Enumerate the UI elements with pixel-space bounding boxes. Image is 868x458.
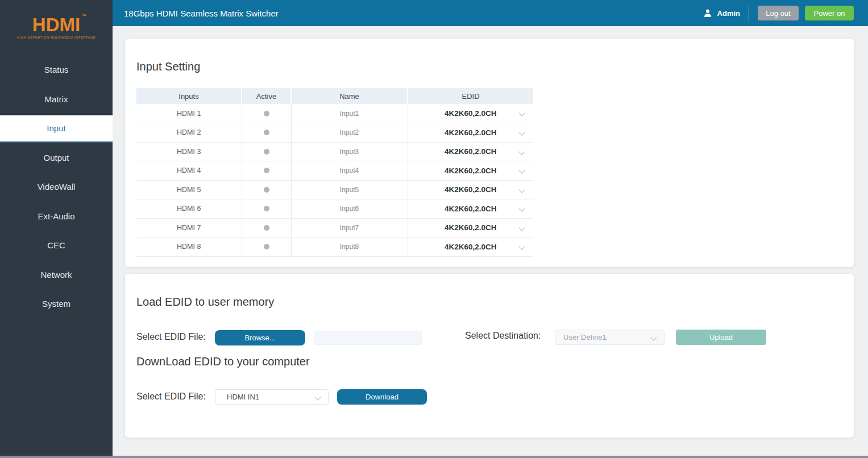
browse-button[interactable]: Browse... [215,330,305,345]
active-status-dot [264,130,269,135]
upload-button[interactable]: Upload [676,330,766,345]
header-right: Admin Log out Power on [703,6,854,20]
download-edid-title: DownLoad EDID to your computer [136,355,310,368]
edid-select[interactable]: 4K2K60,2.0CH [408,123,534,142]
active-status-dot [264,225,269,231]
edid-select-value: 4K2K60,2.0CH [445,185,497,194]
active-cell [242,161,291,181]
input-port-cell: HDMI 1 [136,104,242,123]
download-button[interactable]: Download [337,389,427,405]
sidebar-nav: StatusMatrixInputOutputVideoWallExt-Audi… [0,55,113,319]
active-cell [242,218,291,238]
table-row: HDMI 8Input84K2K60,2.0CH [136,238,533,257]
edid-select-value: 4K2K60,2.0CH [445,128,497,137]
table-row: HDMI 5Input54K2K60,2.0CH [136,180,533,199]
active-cell [242,238,291,257]
chevron-down-icon [518,110,525,116]
header-divider [749,6,749,20]
page-title: 18Gbps HDMI Seamless Matrix Switcher [124,9,279,18]
column-header-name: Name [291,88,408,104]
edid-select[interactable]: 4K2K60,2.0CH [408,238,534,256]
table-row: HDMI 4Input44K2K60,2.0CH [136,161,533,181]
edid-select[interactable]: 4K2K60,2.0CH [408,104,534,123]
edid-select-value: 4K2K60,2.0CH [445,243,497,251]
edid-select[interactable]: 4K2K60,2.0CH [408,143,534,161]
name-cell: Input1 [291,104,408,123]
edid-select-value: 4K2K60,2.0CH [445,109,497,118]
input-port-cell: HDMI 5 [136,180,242,199]
input-port-cell: HDMI 3 [136,142,242,161]
input-setting-card: Input Setting InputsActiveNameEDID HDMI … [125,39,854,267]
active-cell [242,104,291,123]
edid-select[interactable]: 4K2K60,2.0CH [408,199,534,218]
input-port-cell: HDMI 7 [136,218,242,238]
destination-select[interactable]: User Define1 [555,330,665,345]
sidebar-item-status[interactable]: Status [0,55,113,85]
sidebar-item-ext-audio[interactable]: Ext-Audio [0,202,113,231]
load-edid-title: Load EDID to user memory [136,295,274,309]
input-table-wrap: InputsActiveNameEDID HDMI 1Input14K2K60,… [136,88,533,257]
hdmi-logo-text: HDMI™ [32,15,80,34]
logout-button[interactable]: Log out [758,6,799,20]
sidebar-item-system[interactable]: System [0,289,113,319]
sidebar-item-matrix[interactable]: Matrix [0,85,113,114]
header-bar: 18Gbps HDMI Seamless Matrix Switcher Adm… [113,0,868,26]
input-port-cell: HDMI 8 [136,238,242,257]
sidebar-item-network[interactable]: Network [0,260,113,290]
edid-select-value: 4K2K60,2.0CH [445,147,497,156]
edid-select[interactable]: 4K2K60,2.0CH [408,219,534,238]
active-status-dot [264,111,269,116]
download-select-file-label: Select EDID File: [136,392,206,402]
active-status-dot [264,187,269,193]
name-cell: Input4 [291,161,408,181]
active-status-dot [264,244,269,249]
name-cell: Input3 [291,142,408,161]
hdmi-logo: HDMI™ HIGH DEFINITION MULTIMEDIA INTERFA… [0,15,113,39]
column-header-active: Active [242,88,291,104]
edid-cell: 4K2K60,2.0CH [408,238,533,257]
chevron-down-icon [518,129,525,135]
admin-username: Admin [717,9,740,18]
edid-cell: 4K2K60,2.0CH [408,123,533,143]
active-cell [242,123,291,143]
active-status-dot [264,168,269,173]
edid-cell: 4K2K60,2.0CH [408,161,533,181]
edid-file-field[interactable] [314,331,422,345]
name-cell: Input7 [291,218,408,238]
chevron-down-icon [518,167,525,173]
destination-select-value: User Define1 [563,333,607,342]
edid-select-value: 4K2K60,2.0CH [445,166,497,175]
table-row: HDMI 2Input24K2K60,2.0CH [136,123,533,143]
edid-select[interactable]: 4K2K60,2.0CH [408,181,534,199]
sidebar-item-output[interactable]: Output [0,143,113,173]
power-on-button[interactable]: Power on [805,6,854,20]
edid-cell: 4K2K60,2.0CH [408,218,533,238]
input-setting-title: Input Setting [136,60,200,73]
download-source-select[interactable]: HDMI IN1 [215,389,329,405]
name-cell: Input5 [291,180,408,199]
user-icon [703,9,712,18]
edid-cell: 4K2K60,2.0CH [408,199,533,219]
sidebar: HDMI™ HIGH DEFINITION MULTIMEDIA INTERFA… [0,0,113,458]
sidebar-item-cec[interactable]: CEC [0,231,113,260]
edid-select-value: 4K2K60,2.0CH [445,205,497,213]
table-row: HDMI 7Input74K2K60,2.0CH [136,218,533,238]
edid-cell: 4K2K60,2.0CH [408,104,533,123]
edid-select[interactable]: 4K2K60,2.0CH [408,161,534,180]
edid-cell: 4K2K60,2.0CH [408,142,533,161]
edid-card: Load EDID to user memory Select EDID Fil… [125,274,854,438]
active-status-dot [264,149,269,155]
name-cell: Input6 [291,199,408,219]
sidebar-item-input[interactable]: Input [0,114,113,143]
download-source-value: HDMI IN1 [227,393,259,401]
hdmi-logo-subtext: HIGH DEFINITION MULTIMEDIA INTERFACE [0,36,113,39]
table-row: HDMI 1Input14K2K60,2.0CH [136,104,533,123]
input-table: InputsActiveNameEDID HDMI 1Input14K2K60,… [136,88,533,257]
active-cell [242,199,291,219]
table-body: HDMI 1Input14K2K60,2.0CHHDMI 2Input24K2K… [136,104,533,256]
chevron-down-icon [518,224,525,231]
edid-select-value: 4K2K60,2.0CH [445,223,497,232]
sidebar-item-videowall[interactable]: VideoWall [0,172,113,202]
name-cell: Input2 [291,123,408,143]
chevron-down-icon [650,334,657,340]
